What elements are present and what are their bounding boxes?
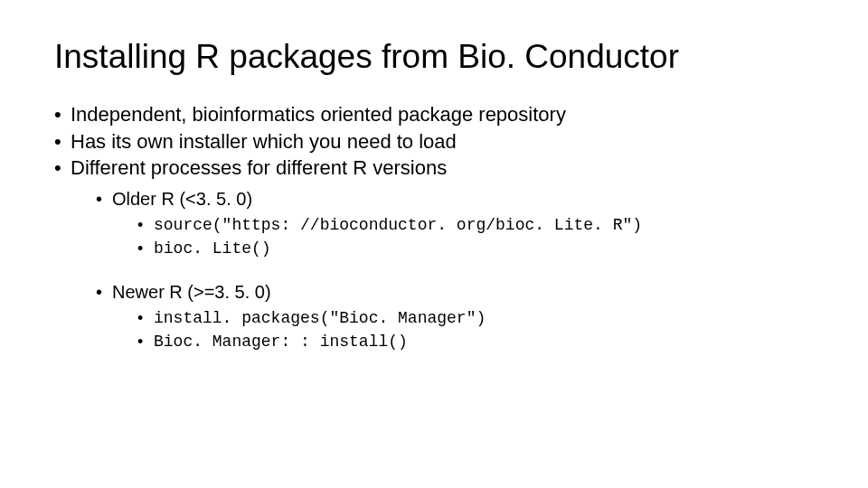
bullet-list-level-2: Older R (<3. 5. 0) source("https: //bioc… (96, 187, 814, 353)
code-line: Bioc. Manager: : install() (137, 330, 814, 353)
bullet-item: Has its own installer which you need to … (54, 128, 814, 155)
bullet-item-newer: Newer R (>=3. 5. 0) install. packages("B… (96, 280, 814, 353)
bullet-item-older: Older R (<3. 5. 0) source("https: //bioc… (96, 187, 814, 260)
code-line: bioc. Lite() (137, 237, 814, 260)
bullet-item: Independent, bioinformatics oriented pac… (54, 101, 814, 128)
bullet-text: Different processes for different R vers… (71, 156, 447, 179)
code-line: source("https: //bioconductor. org/bioc.… (137, 213, 814, 237)
bullet-list-level-3: source("https: //bioconductor. org/bioc.… (137, 213, 814, 260)
slide-title: Installing R packages from Bio. Conducto… (54, 38, 814, 76)
bullet-list-level-3: install. packages("Bioc. Manager") Bioc.… (137, 306, 814, 353)
bullet-list-level-1: Independent, bioinformatics oriented pac… (54, 101, 814, 353)
bullet-text: Older R (<3. 5. 0) (112, 189, 252, 209)
slide: Installing R packages from Bio. Conducto… (0, 0, 868, 353)
bullet-item: Different processes for different R vers… (54, 155, 814, 353)
code-line: install. packages("Bioc. Manager") (137, 306, 814, 330)
bullet-text: Newer R (>=3. 5. 0) (112, 282, 271, 302)
